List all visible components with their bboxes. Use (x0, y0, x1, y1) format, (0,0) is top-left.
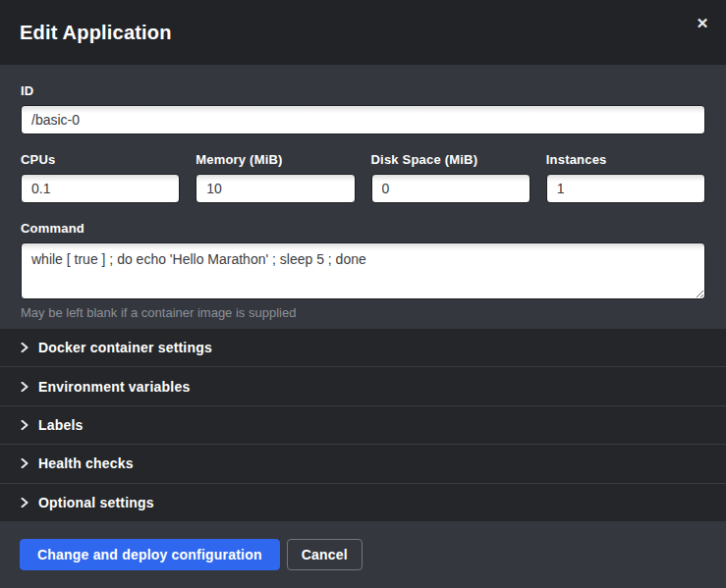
instances-label: Instances (546, 152, 705, 167)
section-environment-variables[interactable]: Environment variables (0, 366, 726, 404)
close-icon[interactable]: ✕ (691, 12, 714, 35)
edit-application-modal: Edit Application ✕ ID CPUs Memory (MiB) … (0, 0, 726, 588)
command-field-group: Command while [ true ] ; do echo 'Hello … (21, 221, 705, 320)
modal-title: Edit Application (20, 22, 172, 44)
chevron-right-icon (20, 382, 29, 392)
cancel-button[interactable]: Cancel (287, 539, 363, 570)
chevron-right-icon (20, 420, 29, 430)
section-labels[interactable]: Labels (0, 405, 726, 444)
change-and-deploy-button[interactable]: Change and deploy configuration (20, 539, 280, 570)
chevron-right-icon (20, 498, 29, 508)
cpus-input[interactable] (21, 174, 180, 203)
instances-input[interactable] (546, 174, 705, 203)
section-label: Optional settings (38, 495, 154, 510)
modal-header: Edit Application ✕ (0, 0, 726, 65)
command-help-text: May be left blank if a container image i… (21, 305, 705, 320)
resources-row: CPUs Memory (MiB) Disk Space (MiB) Insta… (21, 152, 705, 203)
instances-field-group: Instances (546, 152, 705, 203)
section-label: Docker container settings (38, 340, 212, 355)
cpus-label: CPUs (21, 152, 180, 167)
memory-input[interactable] (195, 174, 355, 203)
section-health-checks[interactable]: Health checks (0, 444, 726, 482)
id-input[interactable] (21, 105, 705, 134)
command-textarea[interactable]: while [ true ] ; do echo 'Hello Marathon… (21, 242, 705, 299)
application-form: ID CPUs Memory (MiB) Disk Space (MiB) In… (0, 65, 726, 329)
chevron-right-icon (20, 343, 29, 352)
command-label: Command (21, 221, 705, 236)
disk-field-group: Disk Space (MiB) (371, 152, 531, 203)
disk-label: Disk Space (MiB) (371, 152, 531, 167)
section-label: Health checks (38, 455, 134, 471)
section-label: Labels (38, 417, 84, 433)
modal-footer: Change and deploy configuration Cancel (0, 521, 726, 588)
memory-field-group: Memory (MiB) (195, 152, 355, 203)
chevron-right-icon (20, 458, 29, 468)
cpus-field-group: CPUs (21, 152, 180, 203)
section-docker-container-settings[interactable]: Docker container settings (0, 329, 726, 366)
collapsible-sections: Docker container settings Environment va… (0, 329, 726, 521)
id-field-group: ID (21, 83, 705, 134)
memory-label: Memory (MiB) (195, 152, 355, 167)
id-label: ID (21, 83, 705, 98)
disk-input[interactable] (371, 174, 531, 203)
section-optional-settings[interactable]: Optional settings (0, 483, 726, 521)
section-label: Environment variables (38, 379, 190, 395)
